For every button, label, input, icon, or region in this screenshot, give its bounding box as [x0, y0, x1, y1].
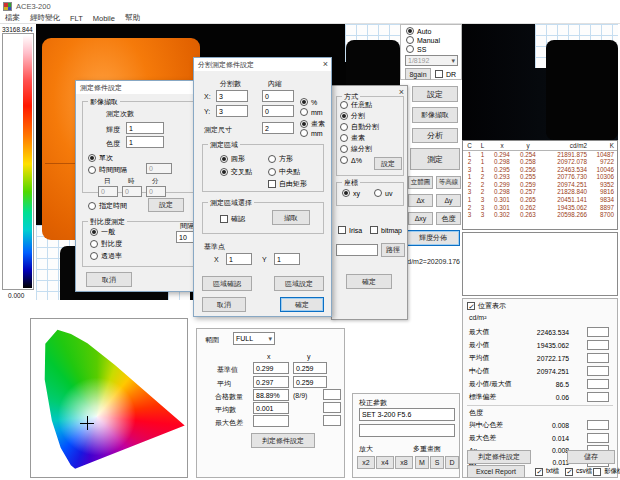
method-option-arbitrary[interactable]: 任意點 — [340, 100, 372, 110]
area-center-radio[interactable]: 中央點 — [268, 167, 300, 177]
path-button[interactable]: 路徑 — [381, 243, 405, 257]
confirm-checkbox[interactable]: 確認 — [220, 214, 245, 224]
table-row[interactable]: 320.2980.25721828.8409816 — [463, 188, 617, 196]
coord-uv-radio[interactable]: uv — [374, 189, 392, 197]
menu-mobile[interactable]: Mobile — [93, 14, 115, 23]
table-row[interactable]: 220.2990.25920974.2519352 — [463, 181, 617, 189]
cancel-button[interactable]: 取消 — [202, 297, 246, 312]
free-rect-checkbox[interactable]: 自由矩形 — [268, 179, 307, 189]
save-button[interactable]: 儲存 — [567, 450, 615, 464]
dr-checkbox[interactable]: DR — [435, 70, 456, 78]
ref-x-field[interactable]: 0.299 — [253, 362, 289, 374]
area-square-radio[interactable]: 方形 — [268, 154, 293, 164]
x-divisions-field[interactable]: 3 — [216, 90, 248, 102]
chroma-map-button[interactable]: 色度 — [436, 212, 461, 225]
area-confirm-button[interactable]: 區域確認 — [202, 276, 252, 291]
method-option-autosplit[interactable]: 自動分割 — [340, 122, 379, 132]
zoom-x4-button[interactable]: x4 — [376, 456, 394, 469]
table-row[interactable]: 210.2980.25820972.0789722 — [463, 158, 617, 166]
method-option-split[interactable]: 分割 — [340, 111, 365, 121]
size-pixel-radio[interactable]: 畫素 — [300, 119, 325, 129]
coord-xy-radio[interactable]: xy — [342, 189, 360, 197]
size-field[interactable]: 2 — [262, 122, 294, 134]
method-ok-button[interactable]: 確定 — [346, 274, 392, 289]
cancel-button[interactable]: 取消 — [86, 272, 132, 287]
multi-d-button[interactable]: D — [445, 456, 459, 469]
result-listbox[interactable] — [462, 232, 618, 296]
pick-button[interactable]: 擷取 — [272, 210, 310, 225]
exposure-auto-radio[interactable]: Auto — [406, 27, 431, 35]
excel-report-button[interactable]: Excel Report — [467, 465, 525, 478]
table-row[interactable]: 330.3020.26320598.2668700 — [463, 211, 617, 219]
multi-m-button[interactable]: M — [415, 456, 429, 469]
avg-x-field[interactable]: 0.297 — [253, 376, 289, 388]
ref-y-field[interactable]: 0.259 — [293, 362, 327, 374]
exposure-ss-radio[interactable]: SS — [406, 45, 426, 53]
table-row[interactable]: 310.2950.25622463.53410046 — [463, 166, 617, 174]
secondary-image-view[interactable] — [462, 24, 618, 140]
surface3d-button[interactable]: 立體圖 — [408, 176, 433, 189]
y-divisions-field[interactable]: 3 — [216, 105, 248, 117]
area-set-button[interactable]: 區域設定 — [274, 276, 324, 291]
transmit-radio[interactable]: 透過率 — [90, 251, 122, 261]
interval-radio[interactable]: 時間間隔 — [88, 165, 127, 175]
zoom-x8-button[interactable]: x8 — [395, 456, 413, 469]
csv-file-checkbox[interactable]: csv檔 — [565, 467, 592, 476]
position-display-checkbox[interactable]: 位置表示 — [467, 301, 506, 311]
single-radio[interactable]: 單次 — [88, 153, 113, 163]
chroma-count-field[interactable]: 1 — [126, 136, 164, 148]
bitmap-checkbox[interactable]: bitmap — [370, 226, 402, 234]
path-field[interactable] — [336, 244, 378, 256]
base-x-field[interactable]: 1 — [226, 253, 252, 265]
analyze-button[interactable]: 分析 — [412, 128, 458, 143]
judge-condition-button[interactable]: 判定條件設定 — [251, 433, 315, 448]
delta-xy-button[interactable]: Δxy — [408, 212, 433, 225]
close-icon[interactable] — [323, 59, 328, 69]
judge-condition-button[interactable]: 判定條件設定 — [467, 450, 531, 464]
capture-button[interactable]: 影像擷取 — [412, 107, 458, 123]
multi-s-button[interactable]: S — [430, 456, 444, 469]
menu-file[interactable]: 檔案 — [5, 13, 20, 23]
contrast-radio[interactable]: 對比度 — [90, 239, 122, 249]
measure-button[interactable]: 測定 — [410, 148, 460, 170]
menu-help[interactable]: 幫助 — [125, 13, 140, 23]
menu-temporal[interactable]: 經時變化 — [30, 13, 60, 23]
method-set-button[interactable]: 設定 — [374, 157, 402, 170]
zoom-x2-button[interactable]: x2 — [357, 456, 375, 469]
table-row[interactable]: 120.2930.25520776.73010306 — [463, 173, 617, 181]
calibration-empty-field[interactable] — [359, 424, 455, 437]
luminance-count-field[interactable]: 1 — [126, 122, 164, 134]
ok-button[interactable]: 確定 — [280, 297, 324, 312]
area-circle-radio[interactable]: 圓形 — [220, 154, 245, 164]
method-option-linesplit[interactable]: 線分割 — [340, 144, 372, 154]
range-select[interactable]: FULL — [233, 332, 275, 345]
avg-y-field[interactable]: 0.259 — [293, 376, 327, 388]
method-option-pixel[interactable]: 畫素 — [340, 133, 365, 143]
menu-flt[interactable]: FLT — [70, 14, 83, 23]
normal-radio[interactable]: 一般 — [90, 227, 115, 237]
specified-time-radio[interactable]: 指定時間 — [88, 201, 127, 211]
irisa-checkbox[interactable]: Irisa — [338, 226, 362, 234]
delta-y-button[interactable]: Δy — [436, 194, 461, 207]
method-option-delta[interactable]: Δ% — [340, 156, 362, 164]
delta-x-button[interactable]: Δx — [408, 194, 433, 207]
luminance-dist-button[interactable]: 輝度分佈 — [406, 230, 460, 246]
shutter-select[interactable]: 1/8192 — [405, 55, 458, 66]
time-set-button[interactable]: 設定 — [148, 198, 184, 212]
area-cross-radio[interactable]: 交叉點 — [220, 167, 252, 177]
inset-mm-radio[interactable]: mm — [300, 108, 323, 116]
size-mm-radio[interactable]: mm — [300, 129, 323, 137]
txt-file-checkbox[interactable]: txt檔 — [535, 467, 559, 476]
base-y-field[interactable]: 1 — [274, 253, 300, 265]
contour-button[interactable]: 等高線 — [436, 176, 461, 189]
exposure-manual-radio[interactable]: Manual — [406, 36, 440, 44]
image-file-checkbox[interactable]: 影像檔 — [593, 467, 620, 476]
y-inset-field[interactable]: 0 — [262, 105, 294, 117]
calibration-value-field[interactable]: SET 3-200 F5.6 — [359, 408, 455, 421]
inset-percent-radio[interactable]: % — [300, 98, 317, 106]
set-button[interactable]: 設定 — [412, 86, 458, 102]
gain-button[interactable]: 8gain — [405, 68, 431, 80]
cie-diagram[interactable] — [30, 318, 188, 478]
table-row[interactable]: 110.2940.25421891.87510487 — [463, 150, 617, 158]
table-row[interactable]: 230.3010.26219435.0628897 — [463, 204, 617, 212]
